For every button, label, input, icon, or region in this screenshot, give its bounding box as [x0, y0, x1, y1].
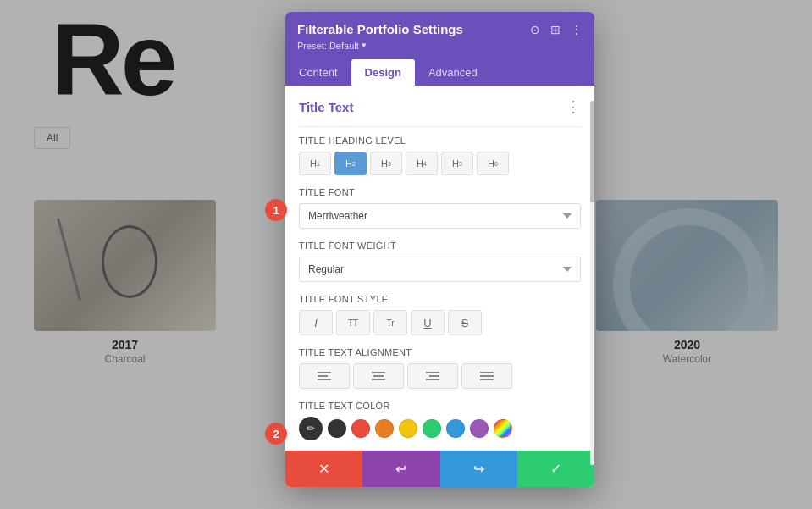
- style-italic[interactable]: I: [299, 310, 333, 335]
- align-center[interactable]: [353, 363, 404, 389]
- tab-design[interactable]: Design: [351, 59, 415, 86]
- panel-preset[interactable]: Preset: Default ▾: [297, 40, 583, 51]
- panel-title: Filterable Portfolio Settings: [297, 22, 463, 36]
- redo-button[interactable]: ↪: [440, 451, 517, 487]
- cancel-button[interactable]: ✕: [285, 451, 362, 487]
- heading-btn-h2[interactable]: H2: [334, 152, 367, 175]
- text-align-label: Title Text Alignment: [299, 347, 581, 357]
- heading-btn-h5[interactable]: H5: [441, 152, 473, 175]
- panel-icon-target[interactable]: ⊙: [530, 23, 540, 36]
- style-capitalize[interactable]: Tr: [373, 310, 407, 335]
- section-title: Title Text: [299, 100, 353, 114]
- scrollbar-track: [590, 101, 594, 465]
- pencil-icon: ✏: [307, 423, 315, 434]
- color-swatch-purple[interactable]: [470, 419, 489, 438]
- cancel-icon: ✕: [318, 461, 329, 477]
- color-swatch-orange[interactable]: [375, 419, 394, 438]
- section-header: Title Text ⋮: [299, 97, 581, 116]
- font-label: Title Font: [299, 187, 581, 197]
- heading-level-buttons: H1 H2 H3 H4 H5 H6: [299, 152, 581, 175]
- badge-2: 2: [265, 423, 287, 445]
- color-swatch-black[interactable]: [328, 419, 346, 438]
- redo-icon: ↪: [473, 461, 484, 477]
- heading-btn-h6[interactable]: H6: [477, 152, 509, 175]
- style-uppercase[interactable]: TT: [336, 310, 370, 335]
- tab-advanced[interactable]: Advanced: [415, 59, 491, 86]
- settings-panel: Filterable Portfolio Settings ⊙ ⊞ ⋮ Pres…: [285, 12, 594, 487]
- align-justify[interactable]: [461, 363, 512, 389]
- color-swatch-yellow[interactable]: [399, 419, 417, 438]
- color-swatch-green[interactable]: [423, 419, 441, 438]
- section-divider: [299, 126, 581, 127]
- color-swatch-red[interactable]: [351, 419, 370, 438]
- undo-button[interactable]: ↩: [362, 451, 439, 487]
- undo-icon: ↩: [395, 461, 406, 477]
- font-select[interactable]: Merriweather Arial Georgia Helvetica Tim…: [299, 203, 581, 229]
- save-icon: ✓: [550, 461, 561, 477]
- section-more-icon[interactable]: ⋮: [566, 97, 581, 116]
- style-underline[interactable]: U: [411, 310, 445, 335]
- tab-content[interactable]: Content: [285, 59, 351, 86]
- heading-btn-h3[interactable]: H3: [370, 152, 402, 175]
- panel-preset-arrow: ▾: [362, 40, 367, 51]
- panel-icon-more[interactable]: ⋮: [571, 23, 583, 36]
- heading-level-group: Title Heading Level H1 H2 H3 H4 H5 H6: [299, 136, 581, 175]
- panel-header-top: Filterable Portfolio Settings ⊙ ⊞ ⋮: [297, 22, 583, 36]
- style-strikethrough[interactable]: S: [448, 310, 482, 335]
- panel-footer: ✕ ↩ ↪ ✓: [285, 450, 594, 487]
- save-button[interactable]: ✓: [517, 451, 594, 487]
- text-color-label: Title Text Color: [299, 401, 581, 411]
- text-align-group: Title Text Alignment: [299, 347, 581, 389]
- panel-preset-label: Preset: Default: [297, 41, 359, 51]
- font-weight-select[interactable]: Regular Bold Light Medium Italic: [299, 257, 581, 282]
- badge-1: 1: [265, 199, 287, 221]
- font-weight-label: Title Font Weight: [299, 241, 581, 251]
- color-swatch-blue[interactable]: [446, 419, 465, 438]
- text-color-group: Title Text Color ✏: [299, 401, 581, 440]
- font-group: Title Font Merriweather Arial Georgia He…: [299, 187, 581, 229]
- font-weight-group: Title Font Weight Regular Bold Light Med…: [299, 241, 581, 282]
- heading-btn-h4[interactable]: H4: [406, 152, 438, 175]
- color-swatch-gradient[interactable]: [494, 419, 512, 438]
- heading-level-label: Title Heading Level: [299, 136, 581, 146]
- align-left[interactable]: [299, 363, 350, 389]
- font-style-label: Title Font Style: [299, 294, 581, 304]
- heading-btn-h1[interactable]: H1: [299, 152, 331, 175]
- panel-body: Title Text ⋮ Title Heading Level H1 H2 H…: [285, 86, 594, 450]
- align-right[interactable]: [407, 363, 458, 389]
- font-style-buttons: I TT Tr U S: [299, 310, 581, 335]
- panel-header-icons: ⊙ ⊞ ⋮: [530, 23, 583, 36]
- text-align-buttons: [299, 363, 581, 389]
- color-swatches: ✏: [299, 417, 581, 440]
- panel-header: Filterable Portfolio Settings ⊙ ⊞ ⋮ Pres…: [285, 12, 594, 59]
- panel-icon-grid[interactable]: ⊞: [550, 23, 561, 36]
- font-style-group: Title Font Style I TT Tr U S: [299, 294, 581, 335]
- panel-tabs: Content Design Advanced: [285, 59, 594, 86]
- color-picker-button[interactable]: ✏: [299, 417, 323, 440]
- scrollbar-thumb[interactable]: [590, 101, 594, 202]
